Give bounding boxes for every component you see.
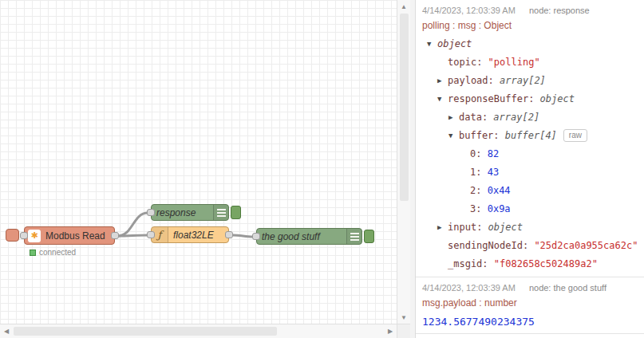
tree-value: 82 <box>488 148 499 159</box>
expand-arrow-icon[interactable]: ▶ <box>437 77 448 84</box>
wire[interactable] <box>118 213 148 236</box>
tree-row[interactable]: 2 0x44 <box>416 181 644 199</box>
tree-value: 0x44 <box>488 185 511 196</box>
node-red-window: ✱ Modbus Read connected response ƒ <box>0 0 644 338</box>
scroll-down-icon[interactable]: ▼ <box>397 311 410 324</box>
tree-value: array[2] <box>500 75 546 86</box>
tree-row[interactable]: 1 43 <box>416 163 644 181</box>
modbus-gear-icon: ✱ <box>28 230 41 242</box>
tree-value: buffer[4] <box>505 130 557 141</box>
tree-row[interactable]: ▶ data array[2] <box>416 108 644 126</box>
tree-key: 3 <box>470 203 488 214</box>
wire[interactable] <box>118 235 148 236</box>
node-label: float32LE <box>168 230 228 241</box>
tree-row[interactable]: ▶ input object <box>416 218 644 236</box>
tree-key: buffer <box>459 130 505 141</box>
tree-key: 1 <box>470 167 488 178</box>
horizontal-scroll-thumb[interactable] <box>14 327 277 336</box>
output-port[interactable] <box>111 232 119 239</box>
tree-value: 43 <box>488 167 499 178</box>
debug-toggle-button[interactable] <box>364 230 374 243</box>
tree-value: object <box>488 222 523 233</box>
expand-arrow-icon[interactable]: ▶ <box>437 223 448 231</box>
debug-sidebar: 4/14/2023, 12:03:39 AM node: response po… <box>416 0 644 338</box>
wire[interactable] <box>233 235 253 237</box>
message-source-node: node: the good stuff <box>529 283 606 293</box>
horizontal-scrollbar[interactable]: ◀ ▶ <box>0 324 397 338</box>
expand-arrow-icon[interactable]: ▼ <box>448 132 459 140</box>
tree-key: payload <box>448 75 500 86</box>
tree-row[interactable]: sendingNodeId "25d2ca0a955ca62c" <box>416 236 644 254</box>
vertical-scrollbar[interactable]: ▲ ▼ <box>397 0 410 324</box>
tree-value: "25d2ca0a955ca62c" <box>534 240 638 251</box>
debug-list-icon <box>346 229 362 244</box>
vertical-scroll-thumb[interactable] <box>400 14 409 201</box>
scrollbar-corner <box>397 324 410 338</box>
partial-node[interactable] <box>6 229 19 242</box>
node-response[interactable]: response <box>151 204 229 221</box>
node-label: response <box>152 207 213 218</box>
input-port[interactable] <box>20 232 28 239</box>
tree-value: array[2] <box>493 112 539 123</box>
tree-row[interactable]: _msgid "f082658c502489a2" <box>416 254 644 273</box>
scroll-right-icon[interactable]: ▶ <box>384 324 397 338</box>
expand-arrow-icon[interactable]: ▼ <box>427 40 437 48</box>
scroll-left-icon[interactable]: ◀ <box>0 324 13 338</box>
tree-key: input <box>448 222 488 233</box>
node-label: the good stuff <box>257 231 346 242</box>
tree-row[interactable]: ▼ buffer buffer[4] raw <box>416 126 644 144</box>
tree-row[interactable]: ▼ responseBuffer object <box>416 89 644 108</box>
input-port[interactable] <box>252 233 260 240</box>
modbus-gear-glyph: ✱ <box>30 231 38 240</box>
expand-arrow-icon[interactable]: ▼ <box>437 95 448 103</box>
tree-key: sendingNodeId <box>448 240 534 251</box>
function-glyph: ƒ <box>158 229 162 241</box>
tree-key: responseBuffer <box>448 93 540 104</box>
output-port[interactable] <box>225 231 233 238</box>
tree-key: 0 <box>470 148 488 159</box>
status-text: connected <box>39 248 76 257</box>
tree-key: data <box>459 112 493 123</box>
node-label: Modbus Read <box>41 230 114 242</box>
tree-value: "f082658c502489a2" <box>494 258 598 269</box>
raw-toggle-button[interactable]: raw <box>563 129 587 142</box>
message-timestamp: 4/14/2023, 12:03:39 AM <box>422 283 516 293</box>
tree-value: "polling" <box>488 57 540 68</box>
debug-toggle-button[interactable] <box>231 206 241 219</box>
debug-message[interactable]: 4/14/2023, 12:03:39 AM node: response po… <box>416 0 644 277</box>
message-source-node: node: response <box>529 6 590 15</box>
node-modbus-read[interactable]: ✱ Modbus Read <box>24 226 115 245</box>
wires-layer <box>0 0 397 324</box>
input-port[interactable] <box>147 209 155 216</box>
canvas-column: ✱ Modbus Read connected response ƒ <box>0 0 410 338</box>
tree-key: 2 <box>470 185 488 196</box>
expand-arrow-icon[interactable]: ▶ <box>448 113 459 121</box>
debug-message[interactable]: 4/14/2023, 12:03:39 AM node: the good st… <box>416 277 644 334</box>
tree-value: 0x9a <box>488 203 511 214</box>
message-value: 1234.5677490234375 <box>416 309 644 329</box>
tree-row[interactable]: ▼ object <box>416 34 644 53</box>
message-path: msg.payload : number <box>416 293 644 309</box>
message-meta: 4/14/2023, 12:03:39 AM node: response <box>416 0 644 16</box>
tree-key: topic <box>448 57 488 68</box>
sidebar-resize-handle[interactable] <box>410 0 416 338</box>
message-meta: 4/14/2023, 12:03:39 AM node: the good st… <box>416 277 644 293</box>
tree-row[interactable]: 0 82 <box>416 144 644 163</box>
node-float32le[interactable]: ƒ float32LE <box>151 226 229 243</box>
status-dot-icon <box>30 250 36 256</box>
debug-list-icon <box>213 205 228 220</box>
message-path: polling : msg : Object <box>416 16 644 32</box>
tree-key: _msgid <box>448 258 494 269</box>
input-port[interactable] <box>147 231 155 238</box>
tree-row[interactable]: ▶ payload array[2] <box>416 71 644 89</box>
json-tree: ▼ object topic "polling" ▶ payload array… <box>416 32 644 273</box>
node-the-good-stuff[interactable]: the good stuff <box>256 228 362 245</box>
tree-value: object <box>437 38 472 49</box>
tree-row[interactable]: 3 0x9a <box>416 199 644 218</box>
message-timestamp: 4/14/2023, 12:03:39 AM <box>422 6 516 15</box>
node-status: connected <box>30 248 76 257</box>
flow-canvas[interactable]: ✱ Modbus Read connected response ƒ <box>0 0 397 324</box>
tree-value: object <box>540 93 575 104</box>
scroll-up-icon[interactable]: ▲ <box>397 0 410 13</box>
tree-row[interactable]: topic "polling" <box>416 53 644 71</box>
